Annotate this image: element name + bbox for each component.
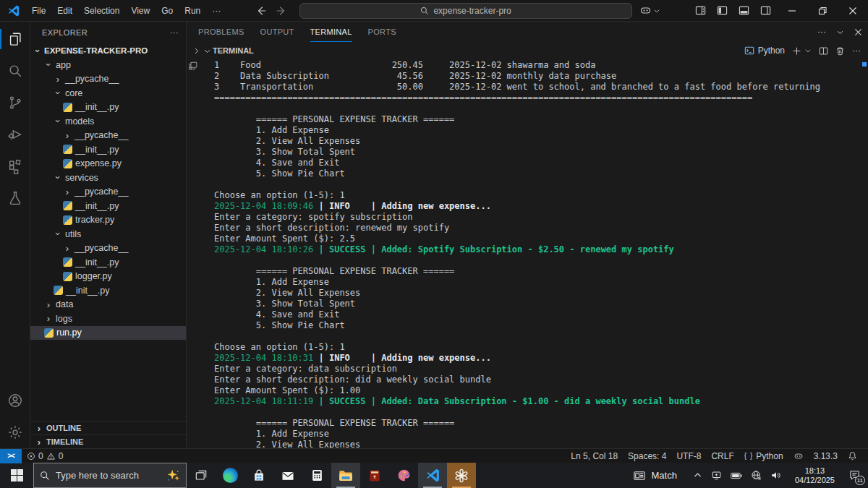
minimize-button[interactable]	[777, 0, 807, 21]
panel-chevron-icon[interactable]	[836, 28, 844, 36]
back-arrow-icon[interactable]	[256, 6, 266, 16]
restore-button[interactable]	[807, 0, 838, 21]
outline-section[interactable]: › OUTLINE	[30, 421, 186, 435]
tree-item-services[interactable]: ›services	[30, 171, 186, 185]
action-center-button[interactable]: 11	[841, 463, 868, 488]
tree-item-core[interactable]: ›core	[30, 86, 186, 100]
extensions-icon[interactable]	[0, 150, 30, 182]
tree-item-logs[interactable]: ›logs	[30, 312, 186, 326]
tree-item-data[interactable]: ›data	[30, 298, 186, 312]
timeline-section[interactable]: › TIMELINE	[30, 435, 186, 448]
tree-item-__init__.py[interactable]: __init__.py	[30, 142, 186, 157]
eol-sequence[interactable]: CRLF	[706, 449, 739, 463]
tree-item-__pycache__[interactable]: ›__pycache__	[30, 72, 186, 87]
indentation[interactable]: Spaces: 4	[623, 449, 671, 463]
copilot-status[interactable]	[788, 449, 809, 463]
mail-button[interactable]	[273, 463, 302, 488]
tree-item-app[interactable]: ›app	[30, 58, 186, 72]
notifications-bell[interactable]	[843, 449, 862, 463]
menu-file[interactable]: File	[26, 3, 51, 19]
tree-item-__init__.py[interactable]: __init__.py	[30, 283, 186, 298]
terminal-scrollbar[interactable]	[861, 59, 868, 448]
launch-profile-chevron-icon[interactable]	[804, 47, 812, 54]
toggle-primary-sidebar-icon[interactable]	[712, 1, 733, 21]
panel-close-icon[interactable]	[854, 28, 862, 36]
new-terminal-icon[interactable]	[792, 46, 801, 56]
hidden-icons-chevron-icon[interactable]	[693, 471, 702, 480]
remote-indicator[interactable]: ><	[0, 449, 22, 463]
taskbar-clock[interactable]: 18:13 04/12/2025	[789, 466, 841, 485]
panel-tab-terminal[interactable]: TERMINAL	[310, 22, 352, 42]
terminal-more-actions-icon[interactable]: ···	[852, 46, 861, 56]
news-widget[interactable]: Match	[624, 463, 686, 488]
split-terminal-icon[interactable]	[819, 46, 828, 56]
network-globe-no-internet-icon[interactable]	[751, 470, 762, 481]
tree-item-__init__.py[interactable]: __init__.py	[30, 199, 186, 213]
tree-root[interactable]: › EXPENSE-TRACKER-PRO	[30, 43, 186, 58]
command-center-search[interactable]: expense-tracker-pro	[299, 3, 632, 19]
chatgpt-button[interactable]	[447, 463, 476, 488]
calculator-button[interactable]	[302, 463, 331, 488]
terminal-shell-selector[interactable]: Python	[744, 46, 785, 56]
tree-item-tracker.py[interactable]: tracker.py	[30, 213, 186, 228]
panel-tab-problems[interactable]: PROBLEMS	[198, 22, 244, 42]
tree-item-utils[interactable]: ›utils	[30, 227, 186, 241]
tree-item-__init__.py[interactable]: __init__.py	[30, 100, 186, 115]
battery-icon[interactable]	[731, 471, 742, 481]
terminal-group-chevron-icon[interactable]	[203, 47, 211, 55]
tree-item-models[interactable]: ›models	[30, 114, 186, 129]
tree-item-__pycache__[interactable]: ›__pycache__	[30, 185, 186, 200]
store-button[interactable]	[244, 463, 273, 488]
cast-device-icon[interactable]	[711, 470, 722, 481]
tree-item-expense.py[interactable]: expense.py	[30, 157, 186, 171]
close-button[interactable]	[838, 0, 868, 21]
toggle-secondary-sidebar-icon[interactable]	[755, 1, 777, 21]
tree-item-__init__.py[interactable]: __init__.py	[30, 255, 186, 270]
panel-tab-ports[interactable]: PORTS	[368, 22, 396, 42]
vscode-button[interactable]	[418, 463, 447, 488]
source-control-icon[interactable]	[0, 87, 30, 119]
volume-icon[interactable]	[770, 470, 782, 481]
accounts-icon[interactable]	[0, 385, 30, 416]
file-explorer-button[interactable]	[331, 463, 360, 488]
panel-tab-output[interactable]: OUTPUT	[260, 22, 294, 42]
terminal-command-decoration-icon[interactable]	[188, 61, 200, 71]
edge-button[interactable]	[216, 463, 244, 488]
menu-edit[interactable]: Edit	[51, 3, 78, 19]
settings-gear-icon[interactable]	[0, 416, 30, 448]
search-sidebar-icon[interactable]	[0, 55, 30, 87]
tree-item-__pycache__[interactable]: ›__pycache__	[30, 241, 186, 256]
encoding[interactable]: UTF-8	[671, 449, 706, 463]
start-button[interactable]	[0, 463, 33, 488]
toggle-panel-icon[interactable]	[733, 1, 755, 21]
forward-arrow-icon[interactable]	[276, 6, 286, 16]
menu-more[interactable]: ···	[206, 3, 226, 19]
problems-status[interactable]: 0 0	[22, 449, 68, 463]
language-mode[interactable]: { } Python	[739, 449, 788, 463]
tree-item-logger.py[interactable]: logger.py	[30, 270, 186, 284]
taskbar-search-input[interactable]: Type here to search	[33, 463, 187, 488]
search-highlights-icon	[166, 468, 180, 483]
python-terminal-icon	[744, 46, 754, 56]
explorer-icon[interactable]	[0, 23, 30, 55]
tree-item-run.py[interactable]: run.py	[30, 326, 186, 341]
panel-expand-chevron-icon[interactable]	[192, 47, 200, 55]
paint-app-button[interactable]	[389, 463, 418, 488]
customize-layout-icon[interactable]	[690, 1, 712, 21]
menu-view[interactable]: View	[125, 3, 156, 19]
task-view-button[interactable]	[187, 463, 216, 488]
bible-app-button[interactable]	[360, 463, 389, 488]
menu-go[interactable]: Go	[156, 3, 179, 19]
testing-icon[interactable]	[0, 182, 30, 214]
copilot-menu[interactable]	[639, 4, 660, 17]
kill-terminal-trash-icon[interactable]	[835, 46, 845, 56]
tree-item-__pycache__[interactable]: ›__pycache__	[30, 129, 186, 143]
menu-run[interactable]: Run	[179, 3, 206, 19]
run-and-debug-icon[interactable]	[0, 119, 30, 150]
cursor-position[interactable]: Ln 5, Col 18	[566, 449, 623, 463]
python-version[interactable]: 3.13.3	[809, 449, 843, 463]
menu-selection[interactable]: Selection	[78, 3, 125, 19]
panel-more-actions-icon[interactable]: ···	[817, 27, 826, 37]
terminal-viewport[interactable]: 1 Food 250.45 2025-12-02 shawarma and so…	[187, 59, 868, 448]
explorer-more-actions-icon[interactable]: ···	[170, 28, 179, 37]
